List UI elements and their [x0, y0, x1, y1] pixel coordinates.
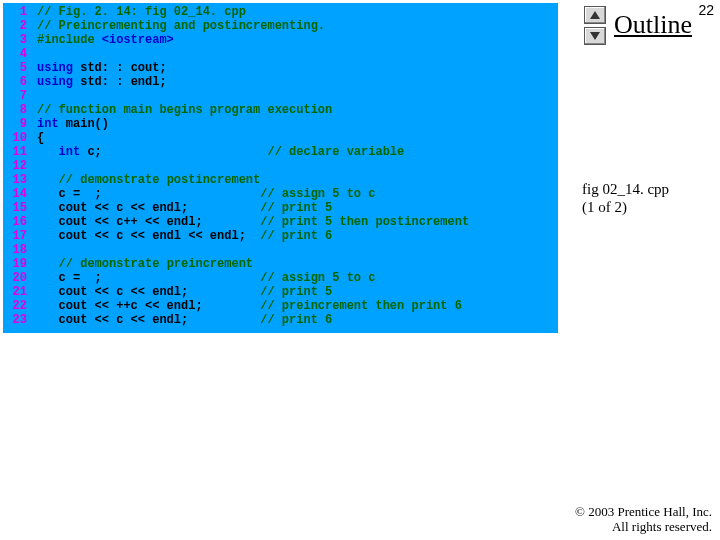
code-token: main() [66, 117, 109, 131]
code-token: c = ; [37, 271, 260, 285]
line-number: 9 [3, 117, 37, 131]
line-body [37, 89, 44, 103]
line-body: cout << c << endl; // print 5 [37, 285, 332, 299]
line-body: cout << c << endl; // print 5 [37, 201, 332, 215]
code-line: 4 [3, 47, 558, 61]
nav-next-button[interactable] [584, 27, 606, 45]
code-token: // declare variable [267, 145, 404, 159]
code-token: // Preincrementing and postincrementing. [37, 19, 325, 33]
line-number: 10 [3, 131, 37, 145]
code-token: #include [37, 33, 102, 47]
nav-buttons [584, 6, 606, 48]
line-body: c = ; // assign 5 to c [37, 187, 375, 201]
code-token: int [37, 117, 66, 131]
line-number: 18 [3, 243, 37, 257]
code-line: 17 cout << c << endl << endl; // print 6 [3, 229, 558, 243]
code-line: 22 cout << ++c << endl; // preincrement … [3, 299, 558, 313]
triangle-down-icon [590, 32, 600, 40]
triangle-up-icon [590, 11, 600, 19]
code-line: 8// function main begins program executi… [3, 103, 558, 117]
code-token: // print 5 [260, 285, 332, 299]
code-token: c = ; [37, 187, 260, 201]
code-token: // print 5 then postincrement [260, 215, 469, 229]
code-token [37, 173, 59, 187]
line-body: // function main begins program executio… [37, 103, 332, 117]
line-body: int main() [37, 117, 109, 131]
line-body: cout << c << endl << endl; // print 6 [37, 229, 332, 243]
code-line: 9int main() [3, 117, 558, 131]
code-token: cout << c << endl; [37, 201, 260, 215]
line-number: 6 [3, 75, 37, 89]
code-line: 1// Fig. 2. 14: fig 02_14. cpp [3, 5, 558, 19]
code-line: 3#include <iostream> [3, 33, 558, 47]
line-body: c = ; // assign 5 to c [37, 271, 375, 285]
code-token: std: : endl; [80, 75, 166, 89]
code-token: // demonstrate postincrement [59, 173, 261, 187]
line-body [37, 159, 44, 173]
code-line: 7 [3, 89, 558, 103]
line-body: // demonstrate postincrement [37, 173, 260, 187]
line-number: 17 [3, 229, 37, 243]
code-token: // print 6 [260, 313, 332, 327]
line-body: int c; // declare variable [37, 145, 404, 159]
code-token: int [59, 145, 88, 159]
line-body: #include <iostream> [37, 33, 174, 47]
code-token: cout << c << endl; [37, 285, 260, 299]
line-number: 16 [3, 215, 37, 229]
figure-label-line1: fig 02_14. cpp [582, 181, 669, 197]
line-number: 2 [3, 19, 37, 33]
line-number: 1 [3, 5, 37, 19]
line-number: 22 [3, 299, 37, 313]
line-number: 15 [3, 201, 37, 215]
copyright-line1: © 2003 Prentice Hall, Inc. [575, 504, 712, 519]
code-token: // assign 5 to c [260, 187, 375, 201]
nav-prev-button[interactable] [584, 6, 606, 24]
code-line: 20 c = ; // assign 5 to c [3, 271, 558, 285]
code-token [37, 257, 59, 271]
line-body: cout << c++ << endl; // print 5 then pos… [37, 215, 469, 229]
line-number: 11 [3, 145, 37, 159]
code-token: using [37, 61, 80, 75]
line-number: 4 [3, 47, 37, 61]
code-token: cout << ++c << endl; [37, 299, 260, 313]
code-token: // print 5 [260, 201, 332, 215]
line-number: 5 [3, 61, 37, 75]
line-number: 13 [3, 173, 37, 187]
code-line: 16 cout << c++ << endl; // print 5 then … [3, 215, 558, 229]
line-body: cout << c << endl; // print 6 [37, 313, 332, 327]
code-token: std: : cout; [80, 61, 166, 75]
code-line: 10{ [3, 131, 558, 145]
copyright-line2: All rights reserved. [612, 519, 712, 534]
line-number: 12 [3, 159, 37, 173]
code-line: 19 // demonstrate preincrement [3, 257, 558, 271]
code-token: // function main begins program executio… [37, 103, 332, 117]
code-token: using [37, 75, 80, 89]
line-body: cout << ++c << endl; // preincrement the… [37, 299, 462, 313]
code-token: cout << c << endl; [37, 313, 260, 327]
code-token: c; [87, 145, 267, 159]
outline-heading: Outline [614, 10, 692, 40]
code-token: // assign 5 to c [260, 271, 375, 285]
code-token [37, 145, 59, 159]
line-number: 23 [3, 313, 37, 327]
code-line: 18 [3, 243, 558, 257]
right-panel: Outline 22 fig 02_14. cpp (1 of 2) [572, 0, 720, 340]
code-line: 11 int c; // declare variable [3, 145, 558, 159]
code-token: // preincrement then print 6 [260, 299, 462, 313]
code-token: // print 6 [260, 229, 332, 243]
code-line: 23 cout << c << endl; // print 6 [3, 313, 558, 327]
line-number: 8 [3, 103, 37, 117]
line-body: using std: : cout; [37, 61, 167, 75]
code-token: <iostream> [102, 33, 174, 47]
line-body: { [37, 131, 44, 145]
copyright-notice: © 2003 Prentice Hall, Inc. All rights re… [575, 504, 712, 534]
code-line: 15 cout << c << endl; // print 5 [3, 201, 558, 215]
line-number: 14 [3, 187, 37, 201]
line-body [37, 47, 44, 61]
figure-label: fig 02_14. cpp (1 of 2) [582, 180, 669, 216]
code-token: cout << c++ << endl; [37, 215, 260, 229]
code-line: 13 // demonstrate postincrement [3, 173, 558, 187]
code-token: // demonstrate preincrement [59, 257, 253, 271]
line-number: 19 [3, 257, 37, 271]
code-line: 2// Preincrementing and postincrementing… [3, 19, 558, 33]
